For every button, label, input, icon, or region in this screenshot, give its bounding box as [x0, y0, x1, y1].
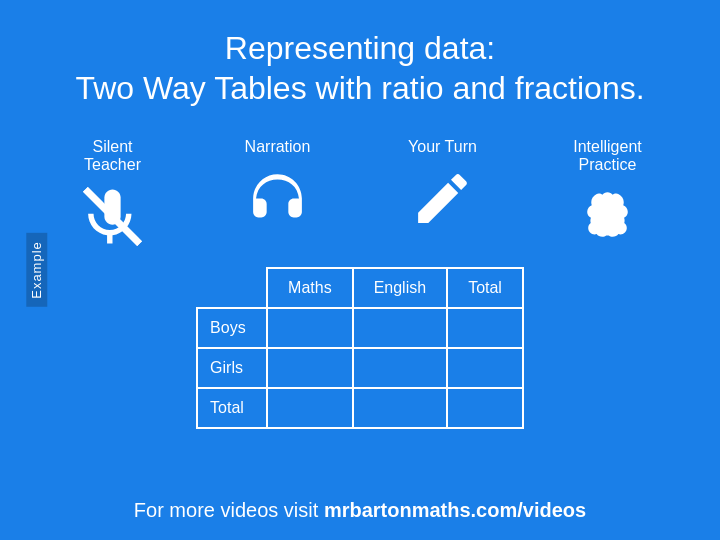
table-row: Girls — [197, 348, 523, 388]
pencil-icon — [410, 166, 475, 231]
footer-text-normal: For more videos visit — [134, 499, 324, 521]
two-way-table: Maths English Total Boys Girls Total — [196, 267, 524, 429]
your-turn-label: Your Turn — [408, 138, 477, 156]
example-side-label: Example — [26, 233, 47, 307]
brain-icon — [575, 184, 640, 249]
table-wrapper: Maths English Total Boys Girls Total — [0, 267, 720, 429]
narration-label: Narration — [245, 138, 311, 156]
row-label-boys: Boys — [197, 308, 267, 348]
mic-off-icon — [80, 184, 145, 249]
cell-girls-english[interactable] — [353, 348, 447, 388]
cell-boys-english[interactable] — [353, 308, 447, 348]
table-row: Total — [197, 388, 523, 428]
silent-teacher-item[interactable]: SilentTeacher — [53, 138, 173, 249]
table-header-english: English — [353, 268, 447, 308]
silent-teacher-label: SilentTeacher — [84, 138, 141, 174]
title-section: Representing data: Two Way Tables with r… — [0, 0, 720, 128]
table-header-total: Total — [447, 268, 523, 308]
cell-total-total[interactable] — [447, 388, 523, 428]
page-title: Representing data: Two Way Tables with r… — [40, 28, 680, 108]
cell-total-maths[interactable] — [267, 388, 353, 428]
footer: For more videos visit mrbartonmaths.com/… — [0, 499, 720, 522]
narration-item[interactable]: Narration — [218, 138, 338, 231]
footer-text-bold: mrbartonmaths.com/videos — [324, 499, 586, 521]
cell-girls-total[interactable] — [447, 348, 523, 388]
intelligent-practice-label: IntelligentPractice — [573, 138, 642, 174]
cell-girls-maths[interactable] — [267, 348, 353, 388]
cell-boys-total[interactable] — [447, 308, 523, 348]
row-label-girls: Girls — [197, 348, 267, 388]
intelligent-practice-item[interactable]: IntelligentPractice — [548, 138, 668, 249]
headphones-icon — [245, 166, 310, 231]
your-turn-item[interactable]: Your Turn — [383, 138, 503, 231]
cell-boys-maths[interactable] — [267, 308, 353, 348]
table-corner-cell — [197, 268, 267, 308]
icons-row: SilentTeacher Narration Your Turn — [0, 138, 720, 249]
table-row: Boys — [197, 308, 523, 348]
row-label-total: Total — [197, 388, 267, 428]
table-header-maths: Maths — [267, 268, 353, 308]
cell-total-english[interactable] — [353, 388, 447, 428]
